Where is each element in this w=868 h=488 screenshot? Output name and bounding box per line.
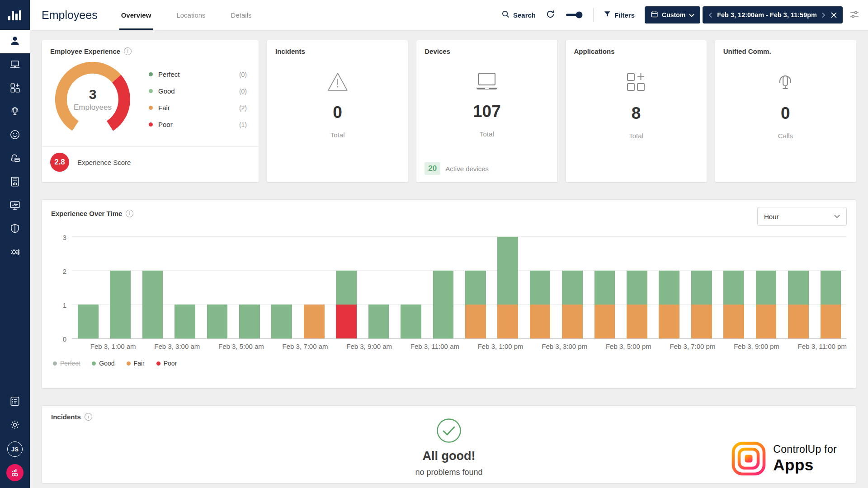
stacked-bar bbox=[788, 271, 809, 338]
gauge-label: Employees bbox=[74, 103, 112, 112]
chart-legend-poor[interactable]: Poor bbox=[156, 360, 177, 367]
bar-segment-good bbox=[433, 271, 454, 338]
chevron-down-icon bbox=[834, 215, 840, 218]
headset-mic-icon bbox=[774, 71, 796, 95]
brand-line2: Apps bbox=[773, 456, 837, 474]
bar-segment-good bbox=[239, 305, 260, 338]
bar-segment-fair bbox=[304, 305, 325, 338]
controlup-bars-logo[interactable] bbox=[0, 0, 30, 30]
x-tick-label: Feb 3, 9:00 am bbox=[346, 343, 392, 350]
gear-icon bbox=[9, 419, 21, 432]
chart-legend-fair[interactable]: Fair bbox=[127, 360, 145, 367]
date-range-text[interactable]: Feb 3, 12:00am - Feb 3, 11:59pm bbox=[717, 11, 817, 19]
clear-range-icon[interactable] bbox=[831, 12, 837, 18]
tab-overview[interactable]: Overview bbox=[119, 0, 153, 30]
active-devices-badge: 20 bbox=[425, 162, 440, 175]
experience-legend: Perfect (0) Good (0) Fair (2) bbox=[149, 66, 247, 133]
devices-total-value: 107 bbox=[473, 102, 501, 121]
x-tick-label: Feb 3, 3:00 pm bbox=[542, 343, 587, 350]
applications-card: Applications 8 Total bbox=[566, 40, 707, 183]
sidebar-item-security[interactable] bbox=[0, 218, 30, 241]
stacked-bar bbox=[271, 305, 292, 338]
stacked-bar bbox=[594, 271, 615, 338]
legend-item-good[interactable]: Good (0) bbox=[149, 83, 247, 99]
sidebar-item-cloud-apps[interactable] bbox=[0, 147, 30, 171]
sidebar-item-applications[interactable] bbox=[0, 77, 30, 100]
gear-circuit-icon bbox=[9, 246, 21, 260]
fair-dot-icon bbox=[149, 106, 153, 110]
y-tick-label: 3 bbox=[51, 234, 66, 241]
interval-dropdown[interactable]: Hour bbox=[757, 207, 847, 226]
fair-dot-icon bbox=[127, 361, 131, 366]
calls-total-value: 0 bbox=[781, 104, 790, 123]
bar-segment-good bbox=[78, 305, 99, 338]
tab-locations[interactable]: Locations bbox=[175, 0, 207, 30]
prev-range-chevron-icon[interactable] bbox=[708, 12, 712, 18]
stacked-bar bbox=[756, 271, 777, 338]
x-tick-label: Feb 3, 3:00 am bbox=[154, 343, 200, 350]
chevron-down-icon bbox=[689, 11, 694, 19]
legend-item-poor[interactable]: Poor (1) bbox=[149, 116, 247, 133]
bar-segment-fair bbox=[821, 305, 841, 338]
sidebar-item-settings[interactable] bbox=[0, 414, 30, 437]
sidebar-item-devices[interactable] bbox=[0, 53, 30, 77]
bar-segment-good bbox=[207, 305, 228, 338]
next-range-chevron-icon[interactable] bbox=[821, 12, 826, 18]
bar-segment-fair bbox=[594, 305, 615, 338]
toggle-switch[interactable] bbox=[565, 11, 583, 19]
info-icon[interactable]: i bbox=[124, 47, 132, 55]
legend-item-perfect[interactable]: Perfect (0) bbox=[149, 66, 247, 83]
stacked-bar bbox=[207, 305, 228, 338]
sidebar-item-employees[interactable] bbox=[0, 30, 30, 53]
stacked-bar bbox=[433, 271, 454, 338]
laptop-icon bbox=[9, 58, 21, 72]
sidebar-item-automation[interactable] bbox=[0, 241, 30, 265]
cloud-window-icon bbox=[9, 152, 21, 166]
stacked-bar bbox=[691, 271, 712, 338]
stacked-bar bbox=[110, 271, 131, 338]
bar-segment-good bbox=[788, 271, 809, 305]
bar-segment-fair bbox=[788, 305, 809, 338]
sidebar-item-release-notes[interactable] bbox=[0, 390, 30, 414]
incidents-total-value: 0 bbox=[333, 103, 342, 122]
stacked-bar bbox=[239, 305, 260, 338]
bar-segment-good bbox=[723, 271, 744, 305]
tab-details[interactable]: Details bbox=[229, 0, 254, 30]
y-tick-label: 2 bbox=[51, 267, 66, 275]
date-preset-dropdown[interactable]: Custom bbox=[645, 6, 700, 23]
stacked-bar bbox=[465, 271, 486, 338]
sidebar-item-monitoring[interactable] bbox=[0, 194, 30, 218]
bar-segment-poor bbox=[336, 305, 357, 338]
incidents-panel: Incidents i All good! no problems found bbox=[42, 405, 856, 483]
legend-item-fair[interactable]: Fair (2) bbox=[149, 99, 247, 116]
chart-legend-good[interactable]: Good bbox=[92, 360, 114, 367]
bar-segment-fair bbox=[465, 305, 486, 338]
all-good-headline: All good! bbox=[423, 449, 476, 463]
no-problems-subtext: no problems found bbox=[415, 468, 482, 477]
sidebar-item-experience[interactable] bbox=[0, 124, 30, 147]
monitor-pulse-icon bbox=[9, 199, 21, 213]
sliders-icon bbox=[849, 9, 860, 21]
bar-segment-good bbox=[497, 237, 518, 305]
controlup-round-logo[interactable] bbox=[0, 461, 30, 484]
search-button[interactable]: Search bbox=[501, 10, 536, 20]
bars-area bbox=[72, 237, 847, 338]
view-settings-button[interactable] bbox=[849, 9, 860, 21]
filters-button[interactable]: Filters bbox=[604, 10, 635, 19]
user-avatar[interactable]: JS bbox=[0, 437, 30, 461]
page-title: Employees bbox=[42, 9, 98, 22]
chart-legend-perfect[interactable]: Perfect bbox=[53, 360, 80, 367]
stacked-bar bbox=[175, 305, 195, 338]
stacked-bar bbox=[562, 271, 583, 338]
sidebar-item-reports[interactable] bbox=[0, 171, 30, 194]
smiley-icon bbox=[9, 129, 21, 142]
bar-segment-good bbox=[691, 271, 712, 305]
x-tick-label: Feb 3, 1:00 pm bbox=[478, 343, 524, 350]
bar-segment-good bbox=[562, 271, 583, 305]
bar-segment-fair bbox=[659, 305, 679, 338]
info-icon[interactable]: i bbox=[126, 210, 133, 217]
experience-gauge: 3 Employees bbox=[52, 59, 133, 140]
refresh-button[interactable] bbox=[546, 9, 555, 20]
sidebar-item-unified-comm[interactable] bbox=[0, 100, 30, 124]
stacked-bar bbox=[368, 305, 389, 338]
